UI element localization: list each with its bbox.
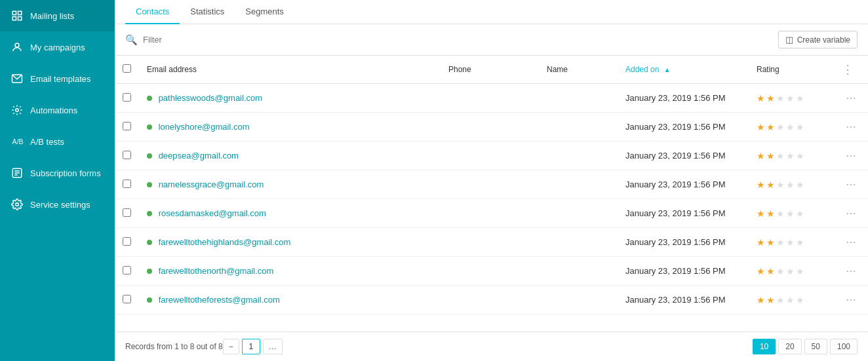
email-cell: namelessgrace@gmail.com [139, 170, 441, 199]
page-size-100-button[interactable]: 100 [830, 339, 858, 354]
email-value[interactable]: farewelltothenorth@gmail.com [159, 266, 274, 276]
email-value[interactable]: farewelltotheforests@gmail.com [159, 295, 280, 305]
row-more-button[interactable]: ⋯ [842, 206, 860, 221]
tab-contacts[interactable]: Contacts [125, 0, 180, 24]
row-checkbox-cell [115, 113, 139, 142]
stars: ★★★★★ [757, 93, 826, 104]
row-checkbox-7[interactable] [123, 295, 131, 303]
col-name: Name [539, 56, 618, 84]
status-dot [147, 211, 152, 216]
sidebar-item-email-templates[interactable]: Email templates [0, 63, 115, 94]
phone-cell [441, 84, 539, 113]
star-3: ★ [776, 122, 785, 132]
sidebar-item-ab-tests[interactable]: A/B A/B tests [0, 126, 115, 157]
star-2: ★ [766, 93, 775, 104]
email-value[interactable]: rosesdamasked@gmail.com [159, 208, 266, 218]
svg-rect-0 [12, 11, 16, 14]
row-checkbox-0[interactable] [123, 93, 131, 102]
sidebar-item-service-settings[interactable]: Service settings [0, 189, 115, 220]
row-more-button[interactable]: ⋯ [842, 292, 860, 307]
sidebar-item-my-campaigns[interactable]: My campaigns [0, 31, 115, 63]
table-row: farewelltotheforests@gmail.com January 2… [115, 286, 868, 314]
star-2: ★ [766, 151, 775, 161]
rating-cell: ★★★★★ [749, 286, 834, 314]
main-content: ContactsStatisticsSegments 🔍 ◫ Create va… [115, 0, 868, 361]
settings-icon [10, 198, 24, 211]
email-cell: deepsea@gmail.com [139, 142, 441, 170]
star-3: ★ [776, 295, 785, 305]
stars: ★★★★★ [757, 151, 826, 161]
email-value[interactable]: pathlesswoods@gmail.com [159, 93, 262, 103]
sidebar-item-mailing-lists[interactable]: Mailing lists [0, 0, 115, 31]
row-more-button[interactable]: ⋯ [842, 177, 860, 192]
rating-cell: ★★★★★ [749, 199, 834, 228]
row-actions-cell: ⋯ [834, 170, 868, 199]
row-checkbox-5[interactable] [123, 237, 131, 246]
star-4: ★ [786, 93, 795, 104]
row-checkbox-cell [115, 286, 139, 314]
star-1: ★ [757, 295, 765, 305]
row-checkbox-1[interactable] [123, 122, 131, 130]
select-all-checkbox[interactable] [123, 64, 131, 73]
added-on-cell: January 23, 2019 1:56 PM [618, 228, 749, 257]
stars: ★★★★★ [757, 295, 826, 305]
table-row: farewelltothenorth@gmail.com January 23,… [115, 257, 868, 286]
phone-cell [441, 286, 539, 314]
star-5: ★ [796, 122, 804, 132]
svg-rect-3 [18, 17, 22, 20]
next-page-button[interactable]: … [263, 339, 283, 354]
row-checkbox-6[interactable] [123, 266, 131, 275]
phone-cell [441, 170, 539, 199]
col-actions: ⋮ [834, 56, 868, 84]
star-1: ★ [757, 93, 765, 104]
ab-icon: A/B [10, 135, 24, 148]
table-header-row: Email address Phone Name Added on ▲ Rati… [115, 56, 868, 84]
sidebar-item-automations[interactable]: Automations [0, 94, 115, 126]
row-more-button[interactable]: ⋯ [842, 235, 860, 250]
page-size-20-button[interactable]: 20 [778, 339, 801, 354]
row-more-button[interactable]: ⋯ [842, 263, 860, 278]
added-on-cell: January 23, 2019 1:56 PM [618, 84, 749, 113]
prev-page-button[interactable]: − [223, 339, 239, 354]
star-5: ★ [796, 237, 804, 248]
name-cell [539, 84, 618, 113]
svg-text:A/B: A/B [12, 138, 24, 145]
sidebar-item-subscription-forms[interactable]: Subscription forms [0, 157, 115, 189]
star-5: ★ [796, 151, 804, 161]
status-dot [147, 269, 152, 274]
row-more-button[interactable]: ⋯ [842, 119, 860, 134]
row-more-button[interactable]: ⋯ [842, 90, 860, 105]
star-5: ★ [796, 266, 804, 276]
col-added-on[interactable]: Added on ▲ [618, 56, 749, 84]
name-cell [539, 257, 618, 286]
page-size-50-button[interactable]: 50 [804, 339, 827, 354]
status-dot [147, 182, 152, 187]
row-more-button[interactable]: ⋯ [842, 148, 860, 163]
row-checkbox-4[interactable] [123, 208, 131, 217]
email-value[interactable]: deepsea@gmail.com [159, 151, 239, 161]
column-options-icon[interactable]: ⋮ [842, 63, 854, 76]
list-icon [10, 9, 24, 22]
star-1: ★ [757, 266, 765, 276]
page-size-10-button[interactable]: 10 [753, 339, 776, 354]
email-value[interactable]: namelessgrace@gmail.com [159, 180, 264, 189]
tab-statistics[interactable]: Statistics [180, 0, 235, 24]
added-on-cell: January 23, 2019 1:56 PM [618, 199, 749, 228]
table-row: farewelltothehighlands@gmail.com January… [115, 228, 868, 257]
email-value[interactable]: lonelyshore@gmail.com [159, 122, 250, 132]
added-on-cell: January 23, 2019 1:56 PM [618, 142, 749, 170]
create-variable-button[interactable]: ◫ Create variable [778, 31, 858, 48]
rating-cell: ★★★★★ [749, 228, 834, 257]
search-icon: 🔍 [125, 34, 138, 46]
row-checkbox-3[interactable] [123, 180, 131, 188]
current-page-number: 1 [242, 339, 260, 354]
star-2: ★ [766, 266, 775, 276]
name-cell [539, 199, 618, 228]
filter-input[interactable] [143, 35, 773, 45]
sidebar-item-label: Automations [30, 105, 77, 115]
row-checkbox-2[interactable] [123, 151, 131, 159]
rating-cell: ★★★★★ [749, 170, 834, 199]
email-value[interactable]: farewelltothehighlands@gmail.com [159, 237, 291, 247]
row-actions-cell: ⋯ [834, 142, 868, 170]
tab-segments[interactable]: Segments [235, 0, 294, 24]
